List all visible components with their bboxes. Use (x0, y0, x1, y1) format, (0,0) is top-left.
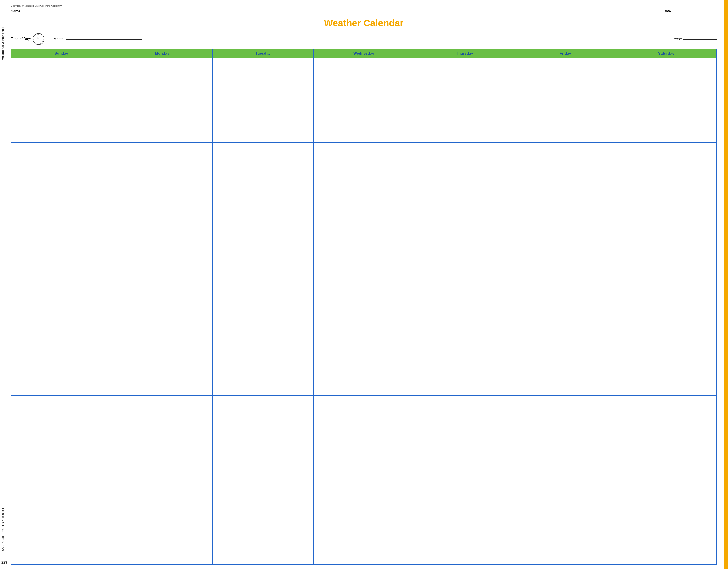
cell-r2-tue[interactable] (213, 143, 313, 227)
cell-r6-tue[interactable] (213, 480, 313, 564)
svg-text:2: 2 (43, 39, 44, 40)
cell-r4-thu[interactable] (414, 311, 515, 396)
cell-r3-sun[interactable] (11, 227, 112, 311)
svg-text:10: 10 (35, 35, 36, 36)
month-label: Month: (54, 37, 64, 41)
cell-r3-tue[interactable] (213, 227, 313, 311)
name-date-row: Name Date (11, 9, 717, 13)
cell-r1-mon[interactable] (112, 58, 213, 143)
calendar-row-5 (11, 396, 717, 480)
svg-text:8: 8 (33, 39, 34, 40)
main-content: Copyright © Kendall Hunt Publishing Comp… (8, 0, 724, 569)
cell-r5-sun[interactable] (11, 396, 112, 480)
name-underline (22, 12, 655, 12)
svg-text:3: 3 (42, 41, 43, 42)
cell-r6-wed[interactable] (313, 480, 414, 564)
col-tuesday: Tuesday (213, 49, 313, 58)
cell-r6-thu[interactable] (414, 480, 515, 564)
cell-r6-sun[interactable] (11, 480, 112, 564)
calendar-row-1 (11, 58, 717, 143)
cell-r1-wed[interactable] (313, 58, 414, 143)
cell-r2-thu[interactable] (414, 143, 515, 227)
cell-r2-sat[interactable] (616, 143, 717, 227)
svg-text:9: 9 (33, 36, 34, 38)
sidebar-top-label: Weather 2: Winter Skies (1, 27, 4, 60)
time-of-day-label: Time of Day: (11, 37, 31, 41)
cell-r2-fri[interactable] (515, 143, 616, 227)
cell-r5-fri[interactable] (515, 396, 616, 480)
page-number: 223 (1, 561, 7, 565)
time-month-year-row: Time of Day: 12 1 2 3 4 5 6 7 8 9 10 (11, 33, 717, 45)
cell-r1-thu[interactable] (414, 58, 515, 143)
page-title: Weather Calendar (11, 18, 717, 29)
calendar-row-6 (11, 480, 717, 564)
cell-r4-sun[interactable] (11, 311, 112, 396)
cell-r4-fri[interactable] (515, 311, 616, 396)
time-of-day-field: Time of Day: 12 1 2 3 4 5 6 7 8 9 10 (11, 33, 45, 45)
cell-r4-tue[interactable] (213, 311, 313, 396)
cell-r1-tue[interactable] (213, 58, 313, 143)
left-sidebar: Weather 2: Winter Skies SAB • Grade 1 • … (0, 0, 8, 569)
col-saturday: Saturday (616, 49, 717, 58)
cell-r5-sat[interactable] (616, 396, 717, 480)
cell-r4-wed[interactable] (313, 311, 414, 396)
col-sunday: Sunday (11, 49, 112, 58)
calendar-row-4 (11, 311, 717, 396)
clock-icon: 12 1 2 3 4 5 6 7 8 9 10 (33, 33, 45, 45)
cell-r5-wed[interactable] (313, 396, 414, 480)
cell-r4-sat[interactable] (616, 311, 717, 396)
page-container: Weather 2: Winter Skies SAB • Grade 1 • … (0, 0, 728, 569)
cell-r3-sat[interactable] (616, 227, 717, 311)
svg-text:12: 12 (37, 34, 39, 35)
cell-r1-sun[interactable] (11, 58, 112, 143)
month-field: Month: (54, 37, 665, 41)
sidebar-bottom-label: SAB • Grade 1 • Unit 9 • Lesson 1 (1, 508, 4, 551)
cell-r3-wed[interactable] (313, 227, 414, 311)
svg-text:7: 7 (34, 41, 34, 42)
cell-r4-mon[interactable] (112, 311, 213, 396)
cell-r1-fri[interactable] (515, 58, 616, 143)
cell-r3-thu[interactable] (414, 227, 515, 311)
name-field: Name (11, 9, 654, 13)
year-underline (683, 39, 717, 40)
svg-text:4: 4 (40, 43, 41, 44)
svg-text:1: 1 (42, 36, 43, 38)
col-monday: Monday (112, 49, 213, 58)
cell-r5-tue[interactable] (213, 396, 313, 480)
calendar-table: Sunday Monday Tuesday Wednesday Thursday… (11, 49, 717, 565)
cell-r2-wed[interactable] (313, 143, 414, 227)
cell-r5-thu[interactable] (414, 396, 515, 480)
date-field: Date (663, 9, 717, 13)
svg-text:6: 6 (35, 43, 36, 44)
cell-r2-mon[interactable] (112, 143, 213, 227)
date-underline (672, 12, 717, 12)
year-field: Year: (674, 37, 717, 41)
calendar-row-2 (11, 143, 717, 227)
name-label: Name (11, 9, 20, 13)
copyright-text: Copyright © Kendall Hunt Publishing Comp… (11, 4, 717, 7)
svg-text:5: 5 (38, 43, 38, 44)
cell-r3-fri[interactable] (515, 227, 616, 311)
calendar-row-3 (11, 227, 717, 311)
cell-r3-mon[interactable] (112, 227, 213, 311)
calendar-header-row: Sunday Monday Tuesday Wednesday Thursday… (11, 49, 717, 58)
col-wednesday: Wednesday (313, 49, 414, 58)
cell-r6-mon[interactable] (112, 480, 213, 564)
right-border (724, 0, 728, 569)
cell-r2-sun[interactable] (11, 143, 112, 227)
cell-r6-sat[interactable] (616, 480, 717, 564)
col-thursday: Thursday (414, 49, 515, 58)
month-underline (66, 39, 142, 40)
cell-r6-fri[interactable] (515, 480, 616, 564)
cell-r1-sat[interactable] (616, 58, 717, 143)
date-label: Date (663, 9, 671, 13)
cell-r5-mon[interactable] (112, 396, 213, 480)
year-label: Year: (674, 37, 682, 41)
col-friday: Friday (515, 49, 616, 58)
